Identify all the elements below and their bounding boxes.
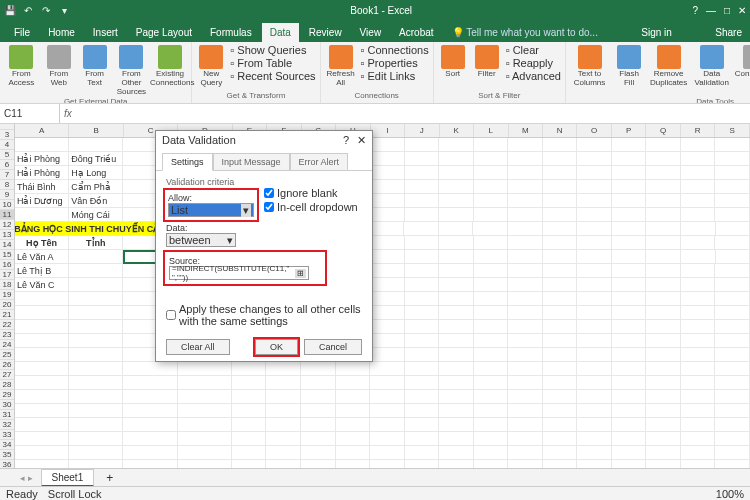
cell[interactable] [474,390,509,404]
cell[interactable] [405,152,440,166]
range-picker-icon[interactable]: ⊞ [295,269,306,278]
cell[interactable] [439,222,474,236]
cell[interactable] [716,250,751,264]
cell[interactable] [577,222,612,236]
cell[interactable] [474,236,509,250]
cell[interactable] [69,432,123,446]
source-input[interactable]: =INDIRECT(SUBSTITUTE(C11," ","")) ⊞ [169,266,309,280]
ignore-blank-checkbox[interactable]: Ignore blank [264,187,358,199]
cell[interactable] [370,278,405,292]
allow-select[interactable]: List▾ [168,203,254,217]
cell[interactable] [508,390,543,404]
cell[interactable] [405,292,440,306]
row-header[interactable]: 13 [0,230,14,240]
cell[interactable] [577,390,612,404]
cell[interactable] [612,292,647,306]
cell[interactable] [370,432,405,446]
cell[interactable] [439,432,474,446]
ribbon-recent-sources[interactable]: ▫ Recent Sources [230,70,315,82]
cell[interactable] [543,292,578,306]
cell[interactable] [646,152,681,166]
col-header[interactable]: B [69,124,123,137]
ribbon-advanced[interactable]: ▫ Advanced [506,70,561,82]
save-icon[interactable]: 💾 [4,4,16,16]
cell[interactable] [715,194,750,208]
cell[interactable] [577,152,612,166]
cell[interactable] [612,278,647,292]
cell[interactable] [123,418,177,432]
tab-data[interactable]: Data [262,23,299,42]
cell[interactable] [577,180,612,194]
row-header[interactable]: 4 [0,140,14,150]
cell[interactable] [508,152,543,166]
cell[interactable] [439,306,474,320]
row-header[interactable]: 15 [0,250,14,260]
cell[interactable] [612,180,647,194]
cell[interactable] [266,362,301,376]
cell[interactable] [681,278,716,292]
ribbon-filter[interactable]: Filter [472,44,502,80]
cell[interactable] [474,306,509,320]
cell[interactable] [232,418,267,432]
cell[interactable] [178,376,232,390]
ribbon-from-other-sources[interactable]: From Other Sources [114,44,149,97]
cell[interactable] [543,362,578,376]
cell[interactable] [370,180,405,194]
row-header[interactable]: 9 [0,190,14,200]
ribbon-from-access[interactable]: From Access [4,44,39,89]
ribbon-clear[interactable]: ▫ Clear [506,44,561,56]
cell[interactable] [474,208,509,222]
cell[interactable] [577,250,612,264]
cell[interactable] [473,222,508,236]
tab-home[interactable]: Home [40,23,83,42]
cell[interactable] [301,418,336,432]
row-header[interactable]: 12 [0,220,14,230]
cell[interactable] [612,208,647,222]
row-header[interactable]: 29 [0,390,14,400]
cell[interactable] [681,236,716,250]
cell[interactable] [370,390,405,404]
cell[interactable] [681,264,716,278]
cell[interactable] [69,250,123,264]
cell[interactable] [474,404,509,418]
cell[interactable] [301,376,336,390]
cell[interactable] [439,376,474,390]
cell[interactable] [508,250,543,264]
cell[interactable] [577,306,612,320]
cell[interactable] [646,306,681,320]
cell[interactable] [577,320,612,334]
cell[interactable]: Móng Cái [69,208,123,222]
cell[interactable] [612,194,647,208]
ribbon-from-table[interactable]: ▫ From Table [230,57,315,69]
cell[interactable] [178,362,232,376]
cell[interactable] [178,418,232,432]
cell[interactable] [543,208,578,222]
row-header[interactable]: 10 [0,200,14,210]
cell[interactable] [370,236,405,250]
cell[interactable] [69,404,123,418]
col-header[interactable]: N [543,124,577,137]
cell[interactable] [15,418,69,432]
cell[interactable] [508,166,543,180]
cell[interactable] [612,250,647,264]
apply-all-checkbox[interactable]: Apply these changes to all other cells w… [166,303,362,327]
cell[interactable] [266,446,301,460]
tab-formulas[interactable]: Formulas [202,23,260,42]
cell[interactable] [715,236,750,250]
row-header[interactable]: 6 [0,160,14,170]
cell[interactable] [69,334,123,348]
cell[interactable] [439,208,474,222]
cell[interactable]: Thái Bình [15,180,69,194]
ribbon-refresh-all[interactable]: Refresh All [325,44,357,89]
cell[interactable] [646,250,681,264]
cell[interactable] [715,404,750,418]
cell[interactable] [405,166,440,180]
cell[interactable]: Hải Dương [15,194,69,208]
cell[interactable] [543,166,578,180]
cell[interactable] [178,432,232,446]
row-header[interactable]: 11 [0,210,14,220]
cell[interactable] [646,180,681,194]
cell[interactable] [336,404,371,418]
cell[interactable] [69,376,123,390]
row-header[interactable]: 31 [0,410,14,420]
